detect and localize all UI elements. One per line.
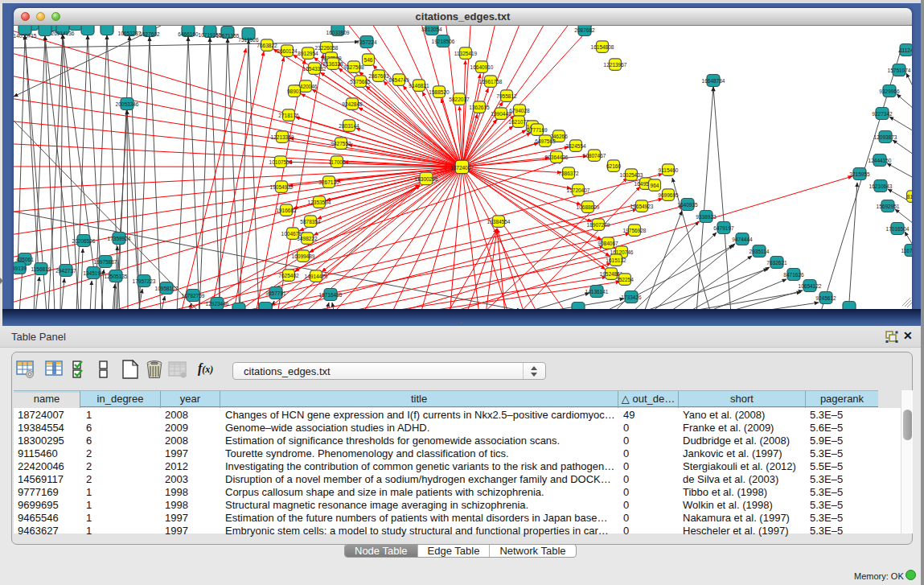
svg-text:9777169: 9777169 [527, 127, 548, 133]
svg-text:7515526: 7515526 [238, 37, 259, 43]
svg-text:16648784: 16648784 [702, 78, 725, 84]
svg-text:10653287: 10653287 [118, 31, 142, 36]
svg-text:9242848: 9242848 [342, 101, 363, 107]
svg-text:98901: 98901 [287, 89, 302, 94]
svg-text:1156819: 1156819 [31, 266, 51, 272]
svg-text:16782759: 16782759 [182, 293, 205, 299]
svg-text:8132: 8132 [907, 194, 912, 200]
svg-text:11325419: 11325419 [454, 51, 478, 56]
svg-text:7663822: 7663822 [257, 43, 277, 48]
svg-text:2803144: 2803144 [339, 123, 359, 129]
svg-text:14136141: 14136141 [585, 289, 609, 295]
svg-text:20364436: 20364436 [545, 154, 569, 160]
svg-text:8912954: 8912954 [298, 51, 318, 56]
svg-text:9699695: 9699695 [658, 192, 679, 198]
svg-text:10688609: 10688609 [577, 204, 600, 210]
svg-text:62160: 62160 [606, 163, 621, 169]
svg-text:15692951: 15692951 [877, 204, 900, 209]
svg-text:17957223: 17957223 [133, 278, 156, 284]
svg-text:6466160: 6466160 [178, 31, 199, 37]
svg-text:19654923: 19654923 [630, 204, 654, 209]
svg-text:16210643: 16210643 [869, 183, 893, 189]
svg-text:3498222: 3498222 [297, 236, 318, 241]
svg-text:8471626: 8471626 [783, 272, 804, 278]
svg-text:7357224: 7357224 [356, 39, 377, 45]
svg-text:16033809: 16033809 [326, 30, 350, 35]
svg-text:26914136: 26914136 [51, 31, 75, 36]
svg-text:7386372: 7386372 [558, 171, 579, 176]
svg-text:11124: 11124 [899, 47, 912, 53]
svg-text:8454749: 8454749 [388, 77, 409, 83]
svg-text:39139: 39139 [14, 266, 27, 271]
svg-text:19756928: 19756928 [623, 228, 647, 233]
svg-text:5822037: 5822037 [449, 97, 470, 102]
svg-text:19054932: 19054932 [270, 184, 294, 190]
svg-text:1588520: 1588520 [429, 89, 450, 95]
svg-text:1733426: 1733426 [621, 295, 642, 300]
svg-text:12353594: 12353594 [308, 200, 331, 205]
svg-text:15720407: 15720407 [567, 187, 590, 193]
svg-text:10025433: 10025433 [620, 172, 643, 178]
svg-text:16543382: 16543382 [303, 66, 326, 72]
svg-text:10958107: 10958107 [155, 286, 179, 291]
svg-text:14914479: 14914479 [305, 274, 328, 279]
svg-text:9084067: 9084067 [598, 241, 618, 246]
svg-text:16154808: 16154808 [591, 44, 614, 50]
svg-text:9327508: 9327508 [343, 64, 364, 70]
svg-text:2718176: 2718176 [278, 113, 299, 118]
svg-text:12213369: 12213369 [271, 134, 294, 140]
svg-text:9329966: 9329966 [879, 89, 900, 94]
svg-text:19218506: 19218506 [432, 39, 455, 44]
svg-text:1345194: 1345194 [83, 270, 104, 276]
svg-text:1615132: 1615132 [606, 257, 626, 263]
svg-text:7632621: 7632621 [766, 260, 787, 266]
svg-text:3267130: 3267130 [318, 179, 339, 185]
svg-text:17016504: 17016504 [886, 226, 910, 232]
svg-text:19384554: 19384554 [487, 219, 511, 225]
svg-text:6497568: 6497568 [535, 138, 556, 144]
svg-text:1990448: 1990448 [491, 111, 511, 117]
svg-text:252254: 252254 [616, 277, 634, 282]
svg-text:15751074: 15751074 [888, 68, 911, 73]
svg-text:9338923: 9338923 [696, 214, 717, 220]
svg-text:20053346: 20053346 [116, 101, 139, 107]
svg-text:16099489: 16099489 [292, 253, 315, 259]
svg-text:2867603: 2867603 [368, 73, 389, 79]
svg-text:10807467: 10807467 [583, 153, 606, 159]
svg-text:5375685: 5375685 [350, 79, 371, 84]
svg-text:12923446: 12923446 [206, 301, 229, 307]
svg-text:6479197: 6479197 [713, 225, 734, 231]
svg-text:1640935: 1640935 [677, 202, 698, 208]
svg-text:16961758: 16961758 [479, 79, 503, 84]
svg-text:1527602: 1527602 [139, 31, 160, 37]
svg-text:18907249: 18907249 [587, 222, 610, 228]
svg-text:7955812: 7955812 [496, 93, 517, 99]
svg-text:9115460: 9115460 [659, 167, 679, 173]
svg-text:3824554: 3824554 [565, 143, 586, 149]
svg-text:12444150: 12444150 [869, 158, 892, 163]
svg-text:2942737: 2942737 [55, 268, 76, 274]
svg-text:9146821: 9146821 [409, 83, 429, 89]
svg-text:546: 546 [364, 57, 373, 63]
svg-text:12505135: 12505135 [105, 274, 128, 279]
svg-text:435061: 435061 [16, 257, 34, 262]
svg-text:16640910: 16640910 [470, 64, 494, 70]
svg-text:23226058: 23226058 [315, 45, 339, 51]
svg-text:9474444: 9474444 [732, 237, 753, 242]
svg-text:10107553: 10107553 [269, 159, 293, 165]
svg-text:12213967: 12213967 [604, 62, 627, 68]
svg-text:8660124: 8660124 [277, 48, 298, 54]
svg-text:12093873: 12093873 [874, 134, 897, 140]
svg-text:10654122: 10654122 [799, 283, 822, 289]
svg-text:14055715: 14055715 [14, 33, 37, 39]
svg-text:18300295: 18300295 [415, 176, 438, 182]
svg-text:1362615: 1362615 [469, 105, 490, 110]
svg-text:19975887: 19975887 [94, 259, 117, 265]
svg-text:15716485: 15716485 [319, 292, 343, 298]
svg-text:6794028: 6794028 [509, 108, 530, 113]
svg-text:5878354: 5878354 [300, 219, 321, 225]
svg-text:18724007: 18724007 [450, 165, 474, 171]
svg-text:8813054: 8813054 [421, 27, 442, 32]
svg-text:2087682: 2087682 [574, 27, 595, 33]
svg-text:117006: 117006 [328, 159, 346, 165]
